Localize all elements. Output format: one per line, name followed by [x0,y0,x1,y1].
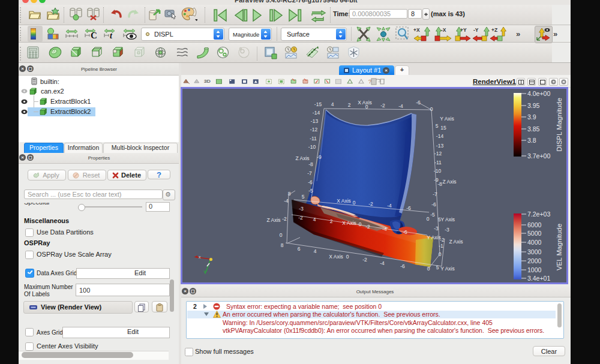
svg-text:4000: 4000 [527,239,542,246]
svg-text:X Axis: X Axis [337,198,351,204]
svg-text:-6: -6 [400,263,405,269]
svg-text:Y Axis: Y Axis [440,116,454,122]
svg-text:x: x [199,255,201,259]
svg-text:-6: -6 [431,201,436,207]
svg-text:-6: -6 [416,100,421,106]
svg-text:-10: -10 [308,144,316,150]
svg-text:-4: -4 [387,203,392,209]
svg-text:X Axis: X Axis [342,220,356,226]
svg-text:+X: +X [413,27,420,33]
svg-text:5Y Axis: 5Y Axis [438,216,455,222]
svg-text:-2: -2 [368,201,373,207]
svg-text:4: 4 [314,248,317,254]
svg-text:-2: -2 [362,257,367,263]
svg-text:3.9: 3.9 [527,113,536,121]
svg-text:5000: 5000 [527,230,542,237]
svg-text:-6: -6 [308,179,313,185]
svg-text:0: 0 [427,266,430,272]
svg-text:-4: -4 [284,198,289,204]
svg-text:-6: -6 [406,205,411,211]
svg-text:-14: -14 [313,110,320,116]
svg-text:-11: -11 [310,136,317,142]
svg-text:-11: -11 [434,160,442,166]
svg-text:Y Axis: Y Axis [427,234,440,240]
svg-text:-7: -7 [433,191,437,197]
svg-text:3.95: 3.95 [527,102,540,109]
svg-text:-Y: -Y [473,27,479,33]
svg-text:2: 2 [330,218,333,224]
svg-text:3.8: 3.8 [527,137,536,144]
svg-text:3.4e+01: 3.4e+01 [527,275,550,282]
svg-text:-8: -8 [437,181,442,187]
svg-text:5: 5 [436,264,439,270]
svg-text:0: 0 [280,232,283,238]
svg-text:Z Axis: Z Axis [295,155,309,161]
svg-text:-3: -3 [445,227,449,233]
svg-text:-X: -X [441,27,446,33]
svg-text:-2: -2 [365,224,370,230]
svg-text:3D: 3D [204,79,211,84]
svg-text:C: C [91,31,97,40]
svg-text:Y Axis: Y Axis [440,266,454,272]
svg-text:-1: -1 [439,243,443,249]
svg-text:Z Axis: Z Axis [449,239,463,245]
svg-text:-7: -7 [307,170,312,176]
svg-text:4: 4 [313,216,316,222]
svg-text:-2: -2 [298,215,303,221]
svg-text:+Z: +Z [491,27,497,33]
svg-text:3.7e+00: 3.7e+00 [527,152,550,160]
svg-text:0: 0 [365,104,368,110]
svg-text:-13: -13 [311,118,319,124]
svg-text:3.85: 3.85 [527,125,540,133]
svg-text:6000: 6000 [527,221,542,228]
svg-text:3000: 3000 [527,248,542,255]
svg-text:-3: -3 [434,225,439,231]
svg-text:-14: -14 [436,133,444,139]
svg-text:-12: -12 [310,127,318,133]
svg-text:6: 6 [298,246,301,252]
svg-text:-2: -2 [282,216,287,222]
svg-text:X Axis: X Axis [329,254,343,260]
svg-text:-4: -4 [398,103,403,109]
svg-text:8: 8 [281,242,284,248]
svg-text:-6: -6 [403,229,407,235]
svg-text:5: 5 [436,123,439,129]
svg-text:-2: -2 [380,103,385,109]
svg-text:0: 0 [353,200,356,206]
svg-text:0: 0 [359,221,362,227]
svg-text:5: 5 [302,194,305,200]
svg-text:-5: -5 [430,212,435,218]
svg-text:0: 0 [439,251,442,257]
svg-text:0: 0 [346,254,349,260]
svg-text:0: 0 [427,216,430,222]
svg-text:8: 8 [288,191,291,197]
svg-text:VEL Magnitude: VEL Magnitude [556,224,563,270]
svg-text:0: 0 [430,106,433,112]
svg-text:1000: 1000 [527,266,542,273]
svg-text:15: 15 [440,125,446,131]
svg-text:-15: -15 [314,101,322,107]
svg-text:4: 4 [331,101,334,107]
svg-text:DISPL Magnitude: DISPL Magnitude [556,98,563,152]
svg-text:-8: -8 [308,161,313,167]
svg-text:-12: -12 [434,151,442,157]
svg-text:7.2e+03: 7.2e+03 [527,210,550,218]
svg-text:2000: 2000 [527,257,542,264]
svg-text:-5: -5 [308,188,313,194]
svg-text:Z Axis: Z Axis [266,217,280,223]
svg-text:-4: -4 [380,260,385,266]
svg-text:-13: -13 [436,143,444,149]
svg-text:4.0e+00: 4.0e+00 [527,90,550,97]
svg-text:-10: -10 [434,168,442,174]
svg-text:-9: -9 [317,154,322,160]
svg-text:-4: -4 [382,226,387,232]
svg-text:Z Axis: Z Axis [442,179,456,185]
svg-text:-3: -3 [299,206,304,212]
svg-text:2: 2 [348,102,351,108]
